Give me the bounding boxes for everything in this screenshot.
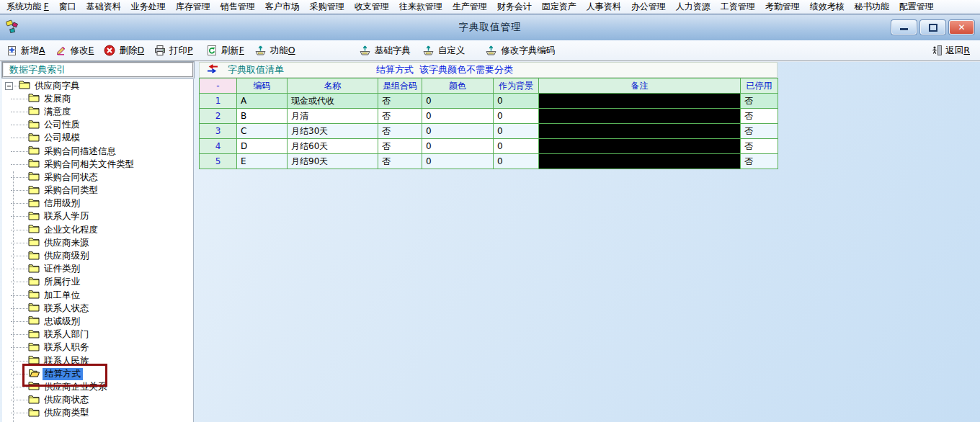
menu-item[interactable]: 固定资产 xyxy=(537,1,582,13)
menu-item[interactable]: 系统功能 F xyxy=(1,1,54,13)
cell-bg[interactable]: 0 xyxy=(494,109,539,124)
tree-item[interactable]: 采购合同描述信息 xyxy=(2,145,193,158)
tree-item[interactable]: 供应商来源 xyxy=(2,236,193,249)
menu-item[interactable]: 秘书功能 xyxy=(850,1,894,13)
cell-num[interactable]: 2 xyxy=(200,109,237,124)
maximize-button[interactable] xyxy=(920,20,945,35)
cell-stopped[interactable]: 否 xyxy=(741,94,778,109)
menu-item[interactable]: 窗口 xyxy=(54,1,81,13)
cell-code[interactable]: E xyxy=(237,154,288,169)
tree-item[interactable]: 公司规模 xyxy=(2,132,193,145)
tree-item[interactable]: 联系人民族 xyxy=(2,354,193,367)
table-row[interactable]: 2B月清否00否 xyxy=(200,109,778,124)
tree-item[interactable]: 公司性质 xyxy=(2,119,193,132)
tree-item-selected[interactable]: 结算方式 xyxy=(2,367,193,380)
minimize-button[interactable] xyxy=(891,20,917,35)
cell-color[interactable]: 0 xyxy=(422,139,494,154)
cell-code[interactable]: B xyxy=(237,109,288,124)
cell-combo[interactable]: 否 xyxy=(378,124,422,139)
cell-name[interactable]: 月结30天 xyxy=(288,124,378,139)
cell-bg[interactable]: 0 xyxy=(494,139,539,154)
table-row[interactable]: 3C月结30天否00否 xyxy=(200,124,778,139)
tree-item[interactable]: 证件类别 xyxy=(2,263,193,276)
menu-item[interactable]: 办公管理 xyxy=(626,1,671,13)
tree-item[interactable]: 忠诚级别 xyxy=(2,315,193,328)
menu-item[interactable]: 库存管理 xyxy=(171,1,215,13)
menu-item[interactable]: 往来款管理 xyxy=(394,1,447,13)
cell-name[interactable]: 月结60天 xyxy=(288,139,378,154)
cell-combo[interactable]: 否 xyxy=(378,139,422,154)
menu-item[interactable]: 配置管理 xyxy=(894,1,939,13)
table-row[interactable]: 4D月结60天否00否 xyxy=(200,139,778,154)
tree-item[interactable]: 采购合同类型 xyxy=(2,184,193,197)
cell-color[interactable]: 0 xyxy=(422,94,494,109)
cell-num[interactable]: 4 xyxy=(200,139,237,154)
edit-dict-code-button[interactable]: 修改字典编码 xyxy=(485,45,555,57)
cell-color[interactable]: 0 xyxy=(422,109,494,124)
cell-remark[interactable] xyxy=(539,139,741,154)
tree-root-item[interactable]: 供应商字典 xyxy=(2,79,193,92)
menu-item[interactable]: 客户市场 xyxy=(260,1,305,13)
delete-button[interactable]: 删除D xyxy=(104,45,144,57)
tree-item[interactable]: 联系人职务 xyxy=(2,341,193,354)
tree-item[interactable]: 加工单位 xyxy=(2,289,193,302)
cell-bg[interactable]: 0 xyxy=(494,94,539,109)
tree-item[interactable]: 联系人学历 xyxy=(2,210,193,223)
collapse-minus-icon[interactable] xyxy=(5,82,13,90)
tree-item[interactable]: 联系人状态 xyxy=(2,302,193,315)
menu-item[interactable]: 收支管理 xyxy=(349,1,394,13)
close-button[interactable]: ✕ xyxy=(949,20,974,35)
cell-stopped[interactable]: 否 xyxy=(741,124,778,139)
cell-remark[interactable] xyxy=(539,94,741,109)
cell-code[interactable]: D xyxy=(237,139,288,154)
menu-item[interactable]: 销售管理 xyxy=(215,1,260,13)
menu-item[interactable]: 业务处理 xyxy=(126,1,171,13)
menu-item[interactable]: 财务会计 xyxy=(492,1,537,13)
table-row[interactable]: 1A现金或代收否00否 xyxy=(200,94,778,109)
cell-remark[interactable] xyxy=(539,154,741,169)
tree-item[interactable]: 联系人部门 xyxy=(2,328,193,341)
tree-item[interactable]: 发展商 xyxy=(2,92,193,105)
tree-item[interactable]: 供应商级别 xyxy=(2,249,193,262)
tree-item[interactable]: 所属行业 xyxy=(2,276,193,289)
cell-color[interactable]: 0 xyxy=(422,124,494,139)
cell-combo[interactable]: 否 xyxy=(378,94,422,109)
function-button[interactable]: 功能O xyxy=(254,45,295,57)
tree-item[interactable]: 采购合同状态 xyxy=(2,171,193,184)
menu-item[interactable]: 考勤管理 xyxy=(760,1,805,13)
cell-color[interactable]: 0 xyxy=(422,154,494,169)
tree-item[interactable]: 信用级别 xyxy=(2,197,193,210)
cell-name[interactable]: 现金或代收 xyxy=(288,94,378,109)
table-row[interactable]: 5E月结90天否00否 xyxy=(200,154,778,169)
cell-code[interactable]: C xyxy=(237,124,288,139)
custom-dict-button[interactable]: 自定义 xyxy=(422,45,466,57)
menu-item[interactable]: 生产管理 xyxy=(447,1,492,13)
tree-item[interactable]: 供应商企业关系 xyxy=(2,380,193,393)
tree-item[interactable]: 企业文化程度 xyxy=(2,223,193,236)
print-button[interactable]: 打印P xyxy=(154,45,193,57)
cell-name[interactable]: 月结90天 xyxy=(288,154,378,169)
cell-remark[interactable] xyxy=(539,109,741,124)
menu-item[interactable]: 人力资源 xyxy=(671,1,716,13)
tree-item[interactable]: 满意度 xyxy=(2,105,193,118)
tree-item[interactable]: 供应商类型 xyxy=(2,407,193,420)
refresh-button[interactable]: 刷新F xyxy=(206,45,244,57)
cell-combo[interactable]: 否 xyxy=(378,154,422,169)
add-button[interactable]: 新增A xyxy=(6,45,45,57)
tree-item[interactable]: 采购合同相关文件类型 xyxy=(2,158,193,171)
tree-item[interactable]: 供应商状态 xyxy=(2,394,193,407)
menu-item[interactable]: 采购管理 xyxy=(305,1,349,13)
menu-item[interactable]: 工资管理 xyxy=(716,1,760,13)
base-dict-button[interactable]: 基础字典 xyxy=(359,45,411,57)
cell-bg[interactable]: 0 xyxy=(494,124,539,139)
cell-stopped[interactable]: 否 xyxy=(741,109,778,124)
cell-num[interactable]: 5 xyxy=(200,154,237,169)
cell-combo[interactable]: 否 xyxy=(378,109,422,124)
cell-num[interactable]: 3 xyxy=(200,124,237,139)
cell-remark[interactable] xyxy=(539,124,741,139)
cell-bg[interactable]: 0 xyxy=(494,154,539,169)
cell-name[interactable]: 月清 xyxy=(288,109,378,124)
cell-stopped[interactable]: 否 xyxy=(741,154,778,169)
back-button[interactable]: 返回R xyxy=(931,45,970,57)
menu-item[interactable]: 基础资料 xyxy=(81,1,126,13)
